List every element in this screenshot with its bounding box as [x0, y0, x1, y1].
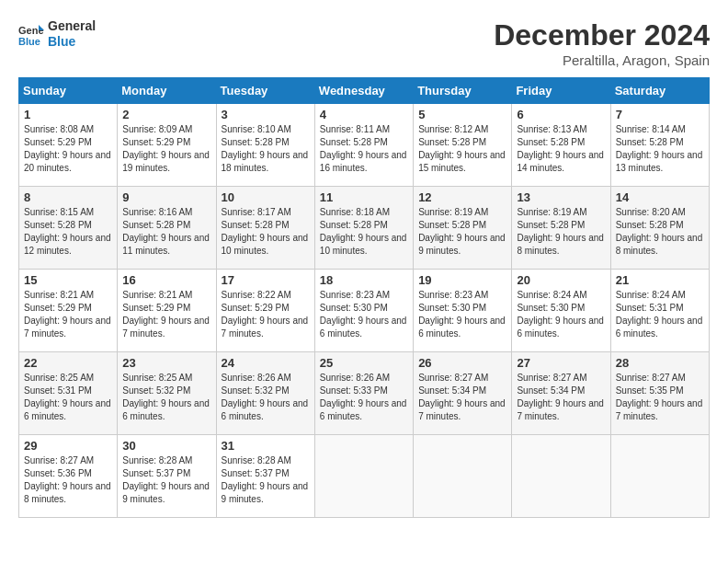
- weekday-header-tuesday: Tuesday: [216, 78, 314, 104]
- calendar-cell: 9Sunrise: 8:16 AMSunset: 5:28 PMDaylight…: [118, 187, 216, 270]
- calendar-cell: 18Sunrise: 8:23 AMSunset: 5:30 PMDayligh…: [314, 270, 413, 352]
- month-title: December 2024: [494, 18, 710, 52]
- day-info: Sunrise: 8:22 AMSunset: 5:29 PMDaylight:…: [222, 289, 310, 340]
- day-info: Sunrise: 8:26 AMSunset: 5:33 PMDaylight:…: [320, 372, 408, 423]
- day-number: 13: [517, 190, 605, 204]
- day-number: 1: [24, 108, 112, 121]
- day-info: Sunrise: 8:10 AMSunset: 5:28 PMDaylight:…: [222, 123, 310, 175]
- calendar-cell: 30Sunrise: 8:28 AMSunset: 5:37 PMDayligh…: [118, 435, 216, 518]
- logo-icon: General Blue: [18, 21, 44, 47]
- calendar-cell: 10Sunrise: 8:17 AMSunset: 5:28 PMDayligh…: [216, 187, 314, 270]
- page-header: General Blue General Blue December 2024 …: [18, 18, 710, 68]
- weekday-header-saturday: Saturday: [610, 78, 709, 104]
- day-info: Sunrise: 8:23 AMSunset: 5:30 PMDaylight:…: [418, 289, 506, 340]
- weekday-header-friday: Friday: [512, 78, 610, 104]
- location: Peraltilla, Aragon, Spain: [494, 52, 710, 68]
- calendar-cell: [610, 435, 709, 518]
- day-info: Sunrise: 8:25 AMSunset: 5:32 PMDaylight:…: [122, 372, 210, 423]
- calendar-cell: [314, 435, 413, 518]
- day-number: 17: [222, 273, 310, 287]
- day-info: Sunrise: 8:23 AMSunset: 5:30 PMDaylight:…: [320, 289, 408, 340]
- calendar-cell: 24Sunrise: 8:26 AMSunset: 5:32 PMDayligh…: [216, 352, 314, 435]
- day-number: 14: [616, 190, 704, 204]
- calendar-cell: 14Sunrise: 8:20 AMSunset: 5:28 PMDayligh…: [610, 187, 709, 270]
- day-info: Sunrise: 8:17 AMSunset: 5:28 PMDaylight:…: [222, 206, 310, 258]
- day-info: Sunrise: 8:27 AMSunset: 5:34 PMDaylight:…: [517, 372, 605, 423]
- calendar-cell: 8Sunrise: 8:15 AMSunset: 5:28 PMDaylight…: [19, 187, 118, 270]
- day-info: Sunrise: 8:27 AMSunset: 5:34 PMDaylight:…: [418, 372, 506, 423]
- day-info: Sunrise: 8:27 AMSunset: 5:35 PMDaylight:…: [616, 372, 704, 423]
- day-info: Sunrise: 8:19 AMSunset: 5:28 PMDaylight:…: [517, 206, 605, 258]
- day-number: 28: [616, 356, 704, 370]
- day-number: 3: [222, 108, 310, 121]
- day-number: 31: [222, 439, 310, 453]
- day-number: 5: [418, 108, 506, 121]
- day-number: 27: [517, 356, 605, 370]
- calendar-cell: 6Sunrise: 8:13 AMSunset: 5:28 PMDaylight…: [512, 104, 610, 187]
- weekday-header-monday: Monday: [118, 78, 216, 104]
- calendar-cell: 7Sunrise: 8:14 AMSunset: 5:28 PMDaylight…: [610, 104, 709, 187]
- calendar-cell: 19Sunrise: 8:23 AMSunset: 5:30 PMDayligh…: [414, 270, 512, 352]
- calendar-cell: 12Sunrise: 8:19 AMSunset: 5:28 PMDayligh…: [414, 187, 512, 270]
- calendar-cell: 25Sunrise: 8:26 AMSunset: 5:33 PMDayligh…: [314, 352, 413, 435]
- calendar-cell: 27Sunrise: 8:27 AMSunset: 5:34 PMDayligh…: [512, 352, 610, 435]
- day-number: 22: [24, 356, 112, 370]
- calendar-table: SundayMondayTuesdayWednesdayThursdayFrid…: [18, 77, 710, 518]
- day-number: 6: [517, 108, 605, 121]
- day-number: 15: [24, 273, 112, 287]
- day-info: Sunrise: 8:21 AMSunset: 5:29 PMDaylight:…: [24, 289, 112, 340]
- day-info: Sunrise: 8:16 AMSunset: 5:28 PMDaylight:…: [122, 206, 210, 258]
- day-number: 9: [122, 190, 210, 204]
- calendar-cell: [414, 435, 512, 518]
- day-number: 24: [222, 356, 310, 370]
- day-info: Sunrise: 8:13 AMSunset: 5:28 PMDaylight:…: [517, 123, 605, 175]
- calendar-cell: 15Sunrise: 8:21 AMSunset: 5:29 PMDayligh…: [19, 270, 118, 352]
- calendar-cell: 31Sunrise: 8:28 AMSunset: 5:37 PMDayligh…: [216, 435, 314, 518]
- calendar-cell: 21Sunrise: 8:24 AMSunset: 5:31 PMDayligh…: [610, 270, 709, 352]
- day-info: Sunrise: 8:19 AMSunset: 5:28 PMDaylight:…: [418, 206, 506, 258]
- calendar-cell: 1Sunrise: 8:08 AMSunset: 5:29 PMDaylight…: [19, 104, 118, 187]
- calendar-cell: 20Sunrise: 8:24 AMSunset: 5:30 PMDayligh…: [512, 270, 610, 352]
- day-info: Sunrise: 8:09 AMSunset: 5:29 PMDaylight:…: [122, 123, 210, 175]
- day-number: 18: [320, 273, 408, 287]
- day-number: 11: [320, 190, 408, 204]
- day-info: Sunrise: 8:11 AMSunset: 5:28 PMDaylight:…: [320, 123, 408, 175]
- day-number: 8: [24, 190, 112, 204]
- day-number: 10: [222, 190, 310, 204]
- day-number: 21: [616, 273, 704, 287]
- calendar-cell: 3Sunrise: 8:10 AMSunset: 5:28 PMDaylight…: [216, 104, 314, 187]
- weekday-header-sunday: Sunday: [19, 78, 118, 104]
- day-info: Sunrise: 8:28 AMSunset: 5:37 PMDaylight:…: [222, 454, 310, 506]
- day-info: Sunrise: 8:15 AMSunset: 5:28 PMDaylight:…: [24, 206, 112, 258]
- day-info: Sunrise: 8:28 AMSunset: 5:37 PMDaylight:…: [122, 454, 210, 506]
- logo: General Blue General Blue: [18, 18, 96, 50]
- calendar-cell: 23Sunrise: 8:25 AMSunset: 5:32 PMDayligh…: [118, 352, 216, 435]
- calendar-cell: [512, 435, 610, 518]
- calendar-cell: 17Sunrise: 8:22 AMSunset: 5:29 PMDayligh…: [216, 270, 314, 352]
- day-number: 26: [418, 356, 506, 370]
- day-info: Sunrise: 8:12 AMSunset: 5:28 PMDaylight:…: [418, 123, 506, 175]
- day-info: Sunrise: 8:18 AMSunset: 5:28 PMDaylight:…: [320, 206, 408, 258]
- day-number: 23: [122, 356, 210, 370]
- calendar-cell: 13Sunrise: 8:19 AMSunset: 5:28 PMDayligh…: [512, 187, 610, 270]
- day-number: 19: [418, 273, 506, 287]
- day-number: 4: [320, 108, 408, 121]
- day-number: 29: [24, 439, 112, 453]
- day-number: 30: [122, 439, 210, 453]
- day-number: 12: [418, 190, 506, 204]
- day-number: 16: [122, 273, 210, 287]
- day-number: 20: [517, 273, 605, 287]
- day-number: 25: [320, 356, 408, 370]
- calendar-cell: 29Sunrise: 8:27 AMSunset: 5:36 PMDayligh…: [19, 435, 118, 518]
- calendar-cell: 4Sunrise: 8:11 AMSunset: 5:28 PMDaylight…: [314, 104, 413, 187]
- day-info: Sunrise: 8:08 AMSunset: 5:29 PMDaylight:…: [24, 123, 112, 175]
- day-info: Sunrise: 8:26 AMSunset: 5:32 PMDaylight:…: [222, 372, 310, 423]
- calendar-cell: 11Sunrise: 8:18 AMSunset: 5:28 PMDayligh…: [314, 187, 413, 270]
- svg-text:Blue: Blue: [18, 36, 40, 47]
- day-info: Sunrise: 8:14 AMSunset: 5:28 PMDaylight:…: [616, 123, 704, 175]
- title-block: December 2024 Peraltilla, Aragon, Spain: [494, 18, 710, 68]
- day-info: Sunrise: 8:27 AMSunset: 5:36 PMDaylight:…: [24, 454, 112, 506]
- calendar-cell: 22Sunrise: 8:25 AMSunset: 5:31 PMDayligh…: [19, 352, 118, 435]
- calendar-cell: 2Sunrise: 8:09 AMSunset: 5:29 PMDaylight…: [118, 104, 216, 187]
- weekday-header-thursday: Thursday: [414, 78, 512, 104]
